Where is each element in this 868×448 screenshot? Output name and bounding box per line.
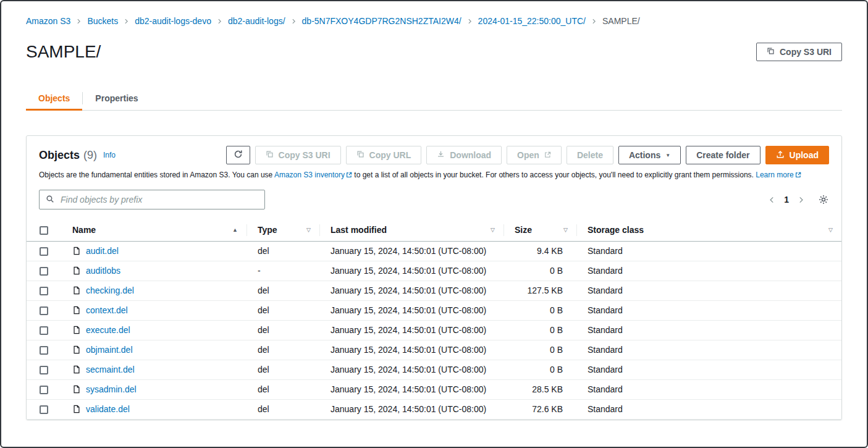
column-header-type[interactable]: Type▽: [246, 219, 319, 241]
previous-page-icon[interactable]: [769, 195, 775, 205]
object-storage-class: Standard: [576, 261, 841, 281]
actions-dropdown-button[interactable]: Actions ▼: [618, 146, 681, 164]
page-number[interactable]: 1: [784, 195, 789, 205]
object-last-modified: January 15, 2024, 14:50:01 (UTC-08:00): [319, 261, 504, 281]
next-page-icon[interactable]: [798, 195, 804, 205]
copy-s3-uri-header-button[interactable]: Copy S3 URI: [756, 43, 842, 61]
row-checkbox[interactable]: [40, 247, 48, 256]
tab-objects[interactable]: Objects: [26, 87, 82, 110]
objects-table-body: audit.del del January 15, 2024, 14:50:01…: [27, 241, 841, 419]
breadcrumb-link-prefix-2[interactable]: db-5N7FXOY4GDP7RG2NSH2ZTAI2W4/: [302, 16, 461, 26]
copy-icon: [356, 150, 364, 160]
file-icon: [72, 286, 81, 295]
object-name-link[interactable]: validate.del: [86, 404, 130, 414]
row-checkbox[interactable]: [40, 366, 48, 374]
object-type: del: [246, 379, 319, 399]
learn-more-link[interactable]: Learn more: [756, 171, 801, 179]
object-size: 0 B: [504, 320, 576, 340]
object-size: 127.5 KB: [504, 281, 576, 300]
info-link[interactable]: Info: [103, 151, 116, 159]
table-row: secmaint.del del January 15, 2024, 14:50…: [27, 360, 841, 379]
column-header-storage-class[interactable]: Storage class▽: [576, 219, 841, 241]
delete-button[interactable]: Delete: [567, 146, 613, 164]
object-name-link[interactable]: objmaint.del: [86, 345, 133, 355]
breadcrumb: Amazon S3 Buckets db2-audit-logs-devo db…: [26, 1, 842, 26]
download-icon: [437, 150, 445, 160]
objects-panel: Objects (9) Info Copy S3 URI Copy URL: [26, 135, 842, 420]
table-row: checking.del del January 15, 2024, 14:50…: [27, 281, 841, 300]
breadcrumb-current: SAMPLE/: [602, 16, 640, 26]
object-name-link[interactable]: secmaint.del: [86, 365, 135, 374]
sort-caret-icon: ▽: [828, 227, 833, 233]
object-last-modified: January 15, 2024, 14:50:01 (UTC-08:00): [319, 300, 504, 320]
settings-gear-icon[interactable]: [818, 194, 829, 205]
table-row: context.del del January 15, 2024, 14:50:…: [27, 300, 841, 320]
object-last-modified: January 15, 2024, 14:50:01 (UTC-08:00): [319, 320, 504, 340]
create-folder-button[interactable]: Create folder: [686, 146, 760, 164]
table-row: objmaint.del del January 15, 2024, 14:50…: [27, 340, 841, 360]
column-header-size[interactable]: Size▽: [504, 219, 576, 241]
row-checkbox[interactable]: [40, 386, 48, 394]
object-size: 9.4 KB: [504, 241, 576, 261]
object-type: del: [246, 360, 319, 379]
file-icon: [72, 266, 81, 275]
file-icon: [72, 345, 81, 354]
copy-url-button[interactable]: Copy URL: [346, 146, 422, 164]
object-name-link[interactable]: context.del: [86, 305, 128, 315]
table-row: execute.del del January 15, 2024, 14:50:…: [27, 320, 841, 340]
breadcrumb-separator-icon: [124, 17, 129, 25]
external-link-icon: [795, 171, 801, 180]
breadcrumb-link-buckets[interactable]: Buckets: [87, 16, 118, 26]
copy-s3-uri-button[interactable]: Copy S3 URI: [255, 146, 341, 164]
objects-panel-title: Objects (9) Info: [39, 149, 116, 162]
object-name-link[interactable]: auditlobs: [86, 266, 120, 276]
row-checkbox[interactable]: [40, 346, 48, 355]
object-last-modified: January 15, 2024, 14:50:01 (UTC-08:00): [319, 340, 504, 360]
table-header-row: Name▲ Type▽ Last modified▽ Size▽ Storage…: [27, 219, 841, 241]
object-last-modified: January 15, 2024, 14:50:01 (UTC-08:00): [319, 360, 504, 379]
column-header-last-modified[interactable]: Last modified▽: [319, 219, 504, 241]
amazon-s3-inventory-link[interactable]: Amazon S3 inventory: [274, 171, 352, 179]
row-checkbox[interactable]: [40, 326, 48, 335]
pagination: 1: [769, 194, 829, 205]
object-size: 0 B: [504, 300, 576, 320]
object-type: del: [246, 241, 319, 261]
object-storage-class: Standard: [576, 340, 841, 360]
sort-caret-icon: ▽: [306, 227, 311, 233]
object-last-modified: January 15, 2024, 14:50:01 (UTC-08:00): [319, 399, 504, 419]
object-name-link[interactable]: sysadmin.del: [86, 384, 137, 394]
object-last-modified: January 15, 2024, 14:50:01 (UTC-08:00): [319, 281, 504, 300]
breadcrumb-separator-icon: [467, 17, 473, 25]
row-checkbox[interactable]: [40, 287, 48, 295]
breadcrumb-link-bucket[interactable]: db2-audit-logs-devo: [135, 16, 211, 26]
tab-properties[interactable]: Properties: [83, 87, 150, 110]
open-button[interactable]: Open: [507, 146, 562, 164]
object-name-link[interactable]: audit.del: [86, 246, 119, 256]
breadcrumb-link-prefix-1[interactable]: db2-audit-logs/: [228, 16, 285, 26]
row-checkbox[interactable]: [40, 405, 48, 414]
object-size: 0 B: [504, 360, 576, 379]
search-box: [39, 190, 265, 209]
object-type: del: [246, 340, 319, 360]
column-header-name[interactable]: Name▲: [61, 219, 246, 241]
object-name-link[interactable]: checking.del: [86, 285, 134, 295]
download-button[interactable]: Download: [426, 146, 502, 164]
object-storage-class: Standard: [576, 360, 841, 379]
breadcrumb-link-prefix-3[interactable]: 2024-01-15_22:50:00_UTC/: [478, 16, 586, 26]
object-size: 72.6 KB: [504, 399, 576, 419]
object-last-modified: January 15, 2024, 14:50:01 (UTC-08:00): [319, 379, 504, 399]
search-input[interactable]: [59, 194, 258, 205]
object-size: 0 B: [504, 340, 576, 360]
file-icon: [72, 385, 81, 394]
refresh-button[interactable]: [226, 146, 250, 164]
row-checkbox[interactable]: [40, 306, 48, 315]
object-type: del: [246, 320, 319, 340]
object-type: del: [246, 281, 319, 300]
select-all-checkbox[interactable]: [40, 226, 48, 235]
row-checkbox[interactable]: [40, 267, 48, 276]
object-name-link[interactable]: execute.del: [86, 325, 130, 335]
breadcrumb-link-amazon-s3[interactable]: Amazon S3: [26, 16, 70, 26]
upload-button[interactable]: Upload: [765, 146, 829, 164]
search-icon: [46, 195, 54, 205]
table-row: audit.del del January 15, 2024, 14:50:01…: [27, 241, 841, 261]
